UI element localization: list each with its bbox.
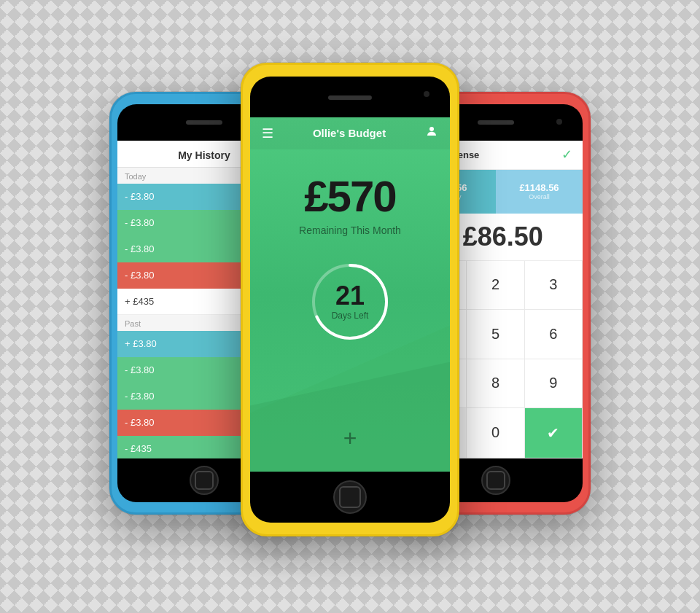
key-confirm[interactable]: ✔	[525, 408, 583, 458]
budget-header-title: Ollie's Budget	[313, 127, 386, 139]
check-icon[interactable]: ✓	[561, 147, 572, 163]
key-2[interactable]: 2	[467, 261, 524, 311]
item-amount: - £3.80	[125, 417, 154, 428]
overall-total: £1148.56 Overall	[496, 170, 583, 214]
key-0[interactable]: 0	[467, 408, 524, 458]
budget-screen: ☰ Ollie's Budget £570 Remaining This Mon…	[250, 117, 450, 472]
key-5[interactable]: 5	[467, 310, 524, 359]
key-6[interactable]: 6	[525, 310, 583, 359]
phones-container: My History Today - £3.80 - £3.80 - £3.80…	[95, 34, 605, 580]
profile-icon[interactable]	[425, 125, 438, 141]
home-button-center[interactable]	[333, 480, 367, 514]
budget-amount: £570	[304, 171, 395, 222]
key-8[interactable]: 8	[467, 359, 524, 409]
item-amount: - £435	[125, 443, 152, 454]
key-9[interactable]: 9	[525, 359, 583, 409]
item-amount: - £3.80	[125, 191, 154, 202]
menu-icon[interactable]: ☰	[262, 125, 273, 141]
item-amount: - £3.80	[125, 391, 154, 402]
item-amount: - £3.80	[125, 364, 154, 375]
overall-amount: £1148.56	[519, 182, 559, 193]
item-amount: - £3.80	[125, 243, 154, 254]
budget-header: ☰ Ollie's Budget	[250, 117, 450, 149]
home-button-left[interactable]	[190, 466, 219, 495]
days-number: 21	[332, 283, 369, 309]
overall-label: Overall	[529, 193, 550, 200]
home-button-right[interactable]	[481, 466, 510, 495]
svg-point-0	[429, 127, 434, 131]
item-amount: - £3.80	[125, 270, 154, 281]
phone-center: ☰ Ollie's Budget £570 Remaining This Mon…	[241, 63, 459, 536]
item-amount: + £3.80	[125, 338, 157, 349]
item-amount: - £3.80	[125, 217, 154, 228]
item-amount: + £435	[125, 296, 154, 307]
history-title: My History	[178, 149, 230, 161]
remaining-label: Remaining This Month	[299, 224, 401, 236]
expense-amount: £86.50	[463, 222, 543, 252]
days-label: Days Left	[332, 311, 369, 321]
days-circle: 21 Days Left	[306, 258, 394, 345]
key-3[interactable]: 3	[525, 261, 583, 311]
add-expense-button[interactable]: +	[332, 421, 368, 457]
